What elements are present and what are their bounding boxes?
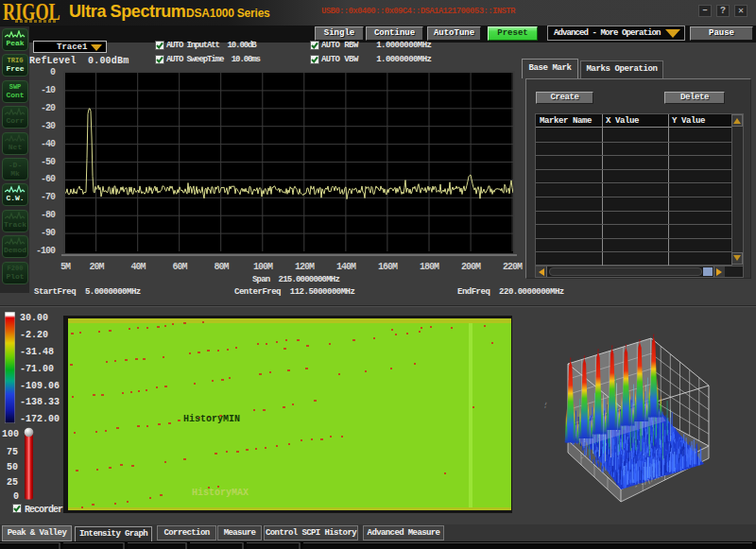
svg-text:HistoryMIN: HistoryMIN (183, 414, 240, 424)
svg-text:HistoryMAX: HistoryMAX (192, 488, 249, 498)
svg-text:-~: -~ (541, 401, 550, 409)
